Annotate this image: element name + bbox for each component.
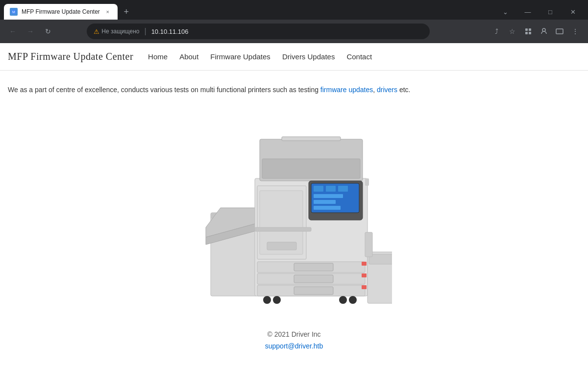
firmware-updates-link[interactable]: firmware updates bbox=[320, 86, 373, 94]
svg-rect-19 bbox=[314, 200, 336, 204]
site-footer: © 2021 Driver Inc support@driver.htb bbox=[0, 316, 588, 360]
new-tab-button[interactable]: + bbox=[120, 5, 133, 19]
profile-button[interactable] bbox=[537, 25, 551, 38]
nav-firmware-updates[interactable]: Firmware Updates bbox=[205, 49, 275, 64]
svg-text:M: M bbox=[12, 10, 15, 14]
svg-rect-17 bbox=[338, 186, 348, 192]
svg-rect-40 bbox=[255, 227, 311, 231]
site-header: MFP Firmware Update Center Home About Fi… bbox=[0, 43, 588, 71]
svg-rect-36 bbox=[365, 232, 372, 257]
window-controls: ⌄ — □ ✕ bbox=[494, 4, 588, 20]
svg-rect-29 bbox=[362, 285, 367, 289]
svg-rect-18 bbox=[314, 194, 343, 198]
svg-rect-41 bbox=[365, 178, 369, 186]
active-tab[interactable]: M MFP Firmware Update Center × bbox=[4, 4, 118, 20]
share-button[interactable]: ⤴ bbox=[490, 25, 504, 38]
tab-close-button[interactable]: × bbox=[104, 8, 112, 16]
minimize-button[interactable]: — bbox=[516, 4, 539, 20]
svg-rect-3 bbox=[529, 28, 531, 31]
nav-contact[interactable]: Contact bbox=[342, 49, 377, 64]
svg-point-31 bbox=[273, 296, 281, 304]
address-field[interactable]: ⚠ Не защищено | 10.10.11.106 bbox=[87, 24, 430, 39]
svg-rect-22 bbox=[294, 263, 333, 271]
maximize-button[interactable]: □ bbox=[539, 4, 562, 20]
address-bar: ← → ↻ ⚠ Не защищено | 10.10.11.106 ⤴ ☆ bbox=[0, 20, 588, 43]
browser-window: M MFP Firmware Update Center × + ⌄ — □ ✕… bbox=[0, 0, 588, 371]
svg-rect-24 bbox=[294, 275, 333, 283]
svg-rect-28 bbox=[362, 273, 367, 277]
svg-rect-15 bbox=[314, 186, 323, 192]
extensions-button[interactable] bbox=[521, 25, 535, 38]
svg-rect-27 bbox=[362, 262, 367, 266]
site-body: We as a part of centre of excellence, co… bbox=[0, 71, 588, 316]
support-email-link[interactable]: support@driver.htb bbox=[0, 342, 588, 350]
back-button[interactable]: ← bbox=[6, 25, 20, 38]
site-title: MFP Firmware Update Center bbox=[8, 51, 133, 62]
printer-container bbox=[8, 95, 580, 316]
svg-rect-5 bbox=[529, 32, 531, 34]
tab-favicon: M bbox=[10, 8, 18, 16]
intro-text-middle: , bbox=[373, 86, 377, 94]
intro-paragraph: We as a part of centre of excellence, co… bbox=[8, 84, 449, 95]
svg-point-30 bbox=[263, 296, 271, 304]
drivers-link[interactable]: drivers bbox=[377, 86, 397, 94]
svg-rect-20 bbox=[314, 206, 341, 210]
nav-drivers-updates[interactable]: Drivers Updates bbox=[277, 49, 340, 64]
warning-icon: ⚠ bbox=[94, 28, 99, 35]
svg-rect-39 bbox=[267, 242, 296, 250]
toolbar-icons: ⤴ ☆ ⋮ bbox=[490, 25, 582, 38]
svg-rect-16 bbox=[326, 186, 336, 192]
svg-rect-26 bbox=[294, 287, 333, 295]
svg-point-32 bbox=[339, 296, 347, 304]
menu-button[interactable]: ⋮ bbox=[568, 25, 582, 38]
tab-search-button[interactable]: ⌄ bbox=[494, 4, 516, 20]
copyright-text: © 2021 Driver Inc bbox=[267, 330, 320, 338]
nav-about[interactable]: About bbox=[174, 49, 203, 64]
intro-text-before: We as a part of centre of excellence, co… bbox=[8, 86, 320, 94]
svg-rect-6 bbox=[556, 29, 563, 34]
svg-rect-2 bbox=[525, 28, 528, 31]
security-warning: ⚠ Не защищено bbox=[94, 28, 139, 35]
svg-point-33 bbox=[349, 296, 357, 304]
security-text: Не защищено bbox=[101, 28, 139, 35]
refresh-button[interactable]: ↻ bbox=[41, 25, 55, 38]
printer-image bbox=[196, 110, 392, 306]
svg-rect-4 bbox=[525, 32, 528, 34]
intro-text-after: etc. bbox=[397, 86, 410, 94]
tab-title: MFP Firmware Update Center bbox=[22, 8, 100, 15]
page-content: MFP Firmware Update Center Home About Fi… bbox=[0, 43, 588, 371]
svg-rect-11 bbox=[282, 137, 341, 141]
forward-button[interactable]: → bbox=[24, 25, 37, 38]
close-button[interactable]: ✕ bbox=[562, 4, 584, 20]
site-nav: Home About Firmware Updates Drivers Upda… bbox=[143, 49, 377, 64]
bookmark-button[interactable]: ☆ bbox=[506, 25, 519, 38]
window-mode-button[interactable] bbox=[553, 25, 566, 38]
nav-home[interactable]: Home bbox=[143, 49, 172, 64]
url-divider: | bbox=[144, 27, 146, 36]
url-display: 10.10.11.106 bbox=[151, 28, 189, 35]
tab-bar: M MFP Firmware Update Center × + ⌄ — □ ✕ bbox=[0, 0, 588, 20]
svg-rect-12 bbox=[262, 159, 360, 178]
